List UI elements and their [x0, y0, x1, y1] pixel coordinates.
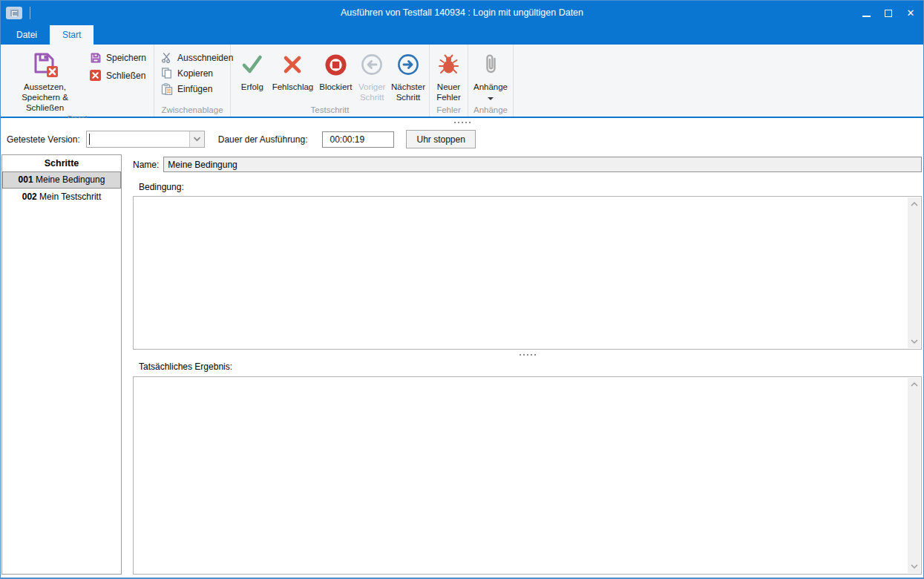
- scroll-up-icon[interactable]: [908, 198, 920, 210]
- condition-textarea[interactable]: [133, 196, 922, 350]
- minimize-button[interactable]: [855, 1, 877, 25]
- step-number: 001: [19, 174, 33, 185]
- maximize-button[interactable]: [877, 1, 900, 25]
- tested-version-combobox[interactable]: [86, 131, 205, 148]
- ribbon-group-fehler: Neuer Fehler Fehler: [430, 45, 468, 117]
- save-button[interactable]: Speichern: [89, 52, 146, 64]
- new-defect-button[interactable]: Neuer Fehler: [431, 47, 466, 104]
- ribbon-group-datei: Aussetzen, Speichern & Schließen Speiche…: [1, 45, 154, 117]
- titlebar: Ausführen von Testfall 140934 : Login mi…: [1, 1, 923, 25]
- close-file-button[interactable]: Schließen: [89, 70, 146, 81]
- suspend-save-close-button[interactable]: Aussetzen, Speichern & Schließen: [2, 47, 88, 114]
- attachments-label: Anhänge: [474, 82, 508, 92]
- fail-button[interactable]: Fehlschlag: [269, 47, 317, 94]
- text-caret: [89, 134, 90, 145]
- paperclip-icon: [482, 49, 499, 80]
- toolbar-strip: Getestete Version: Dauer der Ausführung:…: [1, 118, 923, 152]
- success-label: Erfolg: [241, 82, 263, 92]
- close-button[interactable]: ✕: [900, 1, 922, 25]
- copy-label: Kopieren: [177, 68, 213, 79]
- previous-step-label: Voriger Schritt: [358, 82, 386, 102]
- panel-splitter-grip[interactable]: [133, 350, 922, 359]
- name-field[interactable]: Meine Bedingung: [163, 157, 922, 172]
- next-step-button[interactable]: Nächster Schritt: [389, 47, 427, 104]
- attachments-dropdown-icon: [488, 97, 494, 100]
- scroll-down-icon[interactable]: [908, 336, 920, 347]
- new-defect-label: Neuer Fehler: [434, 82, 463, 102]
- blocked-button[interactable]: Blockiert: [316, 47, 355, 94]
- tab-datei[interactable]: Datei: [4, 25, 50, 45]
- scroll-up-icon[interactable]: [908, 379, 920, 390]
- group-label-anhaenge: Anhänge: [468, 105, 513, 117]
- group-label-fehler: Fehler: [430, 105, 468, 117]
- name-label: Name:: [133, 160, 159, 170]
- copy-icon: [160, 68, 173, 79]
- condition-label: Bedingung:: [139, 182, 922, 192]
- save-label: Speichern: [106, 53, 146, 63]
- steps-header: Schritte: [2, 155, 121, 171]
- next-step-label: Nächster Schritt: [391, 82, 425, 102]
- blocked-stop-icon: [324, 49, 347, 80]
- step-item-002[interactable]: 002 Mein Testschritt: [2, 189, 121, 206]
- window-controls: ✕: [855, 1, 922, 25]
- step-detail-panel: Name: Meine Bedingung Bedingung: Tatsäch…: [133, 154, 922, 575]
- chevron-down-icon: [193, 137, 201, 142]
- minimize-icon: [862, 16, 871, 17]
- actual-result-scrollbar[interactable]: [908, 378, 920, 573]
- suspend-save-close-icon: [30, 49, 60, 80]
- actual-result-label: Tatsächliches Ergebnis:: [139, 362, 922, 372]
- attachments-button[interactable]: Anhänge: [470, 47, 511, 102]
- tested-version-dropdown-button[interactable]: [189, 131, 204, 147]
- paste-icon: [160, 83, 173, 95]
- tested-version-input[interactable]: [87, 131, 189, 147]
- ribbon: Aussetzen, Speichern & Schließen Speiche…: [1, 45, 923, 118]
- suspend-save-close-label: Aussetzen, Speichern & Schließen: [5, 82, 85, 113]
- steps-panel: Schritte 001 Meine Bedingung 002 Mein Te…: [1, 154, 122, 575]
- step-item-001[interactable]: 001 Meine Bedingung: [2, 171, 121, 189]
- condition-scrollbar[interactable]: [908, 197, 920, 348]
- cut-label: Ausschneiden: [177, 53, 233, 63]
- previous-step-button[interactable]: Voriger Schritt: [355, 47, 389, 104]
- success-check-icon: [240, 49, 263, 80]
- maximize-icon: [885, 10, 892, 17]
- save-icon: [89, 52, 102, 64]
- ribbon-group-zwischenablage: Ausschneiden Kopieren: [154, 45, 231, 117]
- tab-start[interactable]: Start: [50, 25, 94, 45]
- actual-result-textarea[interactable]: [133, 376, 922, 575]
- group-label-testschritt: Testschritt: [231, 105, 429, 117]
- success-button[interactable]: Erfolg: [235, 47, 269, 94]
- close-icon: ✕: [907, 8, 915, 18]
- blocked-label: Blockiert: [319, 82, 352, 92]
- step-number: 002: [22, 192, 37, 202]
- scissors-icon: [160, 52, 173, 63]
- fail-label: Fehlschlag: [272, 82, 314, 92]
- ribbon-splitter-grip[interactable]: [1, 118, 923, 123]
- dialog-window: Ausführen von Testfall 140934 : Login mi…: [0, 0, 924, 579]
- window-title: Ausführen von Testfall 140934 : Login mi…: [1, 1, 923, 25]
- group-label-zwischenablage: Zwischenablage: [154, 105, 230, 117]
- cut-button[interactable]: Ausschneiden: [160, 52, 233, 63]
- step-label: Mein Testschritt: [39, 192, 101, 202]
- duration-label: Dauer der Ausführung:: [218, 134, 308, 145]
- bug-icon: [439, 49, 459, 80]
- paste-button[interactable]: Einfügen: [160, 83, 233, 95]
- ribbon-group-testschritt: Erfolg Fehlschlag: [231, 45, 430, 117]
- next-step-icon: [397, 49, 419, 80]
- duration-input[interactable]: 00:00:19: [322, 131, 394, 148]
- paste-label: Einfügen: [177, 84, 212, 94]
- scroll-down-icon[interactable]: [908, 560, 920, 572]
- close-file-icon: [89, 70, 102, 81]
- previous-step-icon: [361, 49, 383, 80]
- close-file-label: Schließen: [106, 71, 145, 81]
- ribbon-group-anhaenge: Anhänge Anhänge: [468, 45, 514, 117]
- fail-x-icon: [282, 49, 303, 80]
- step-label: Meine Bedingung: [36, 174, 105, 185]
- copy-button[interactable]: Kopieren: [160, 68, 233, 79]
- stop-clock-button[interactable]: Uhr stoppen: [406, 130, 475, 148]
- tested-version-label: Getestete Version:: [7, 134, 80, 145]
- ribbon-tab-bar: Datei Start: [1, 25, 923, 45]
- content-area: Schritte 001 Meine Bedingung 002 Mein Te…: [1, 154, 923, 576]
